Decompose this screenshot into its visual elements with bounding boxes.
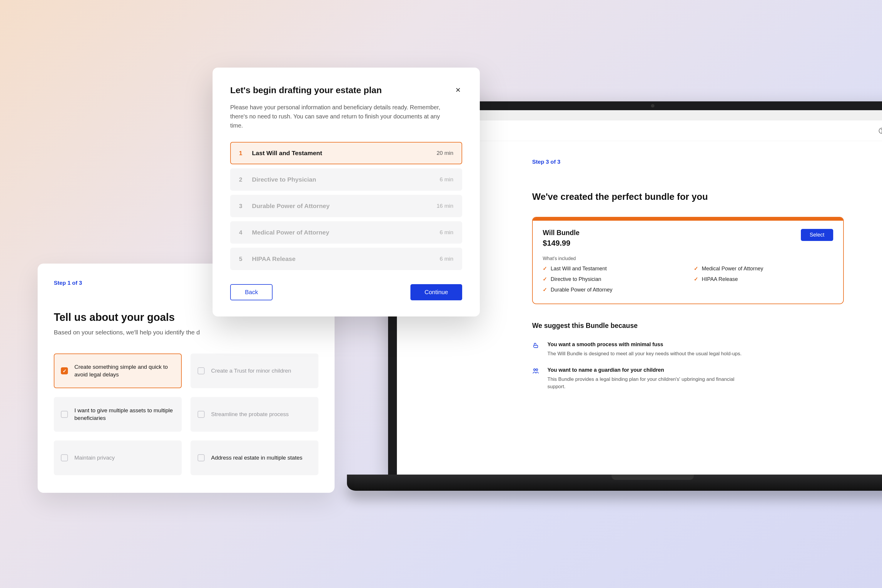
included-item: ✓Last Will and Testament <box>543 266 682 272</box>
goal-option[interactable]: Create a Trust for minor children <box>191 354 319 388</box>
modal-title: Let's begin drafting your estate plan <box>230 85 382 95</box>
doc-number: 5 <box>239 256 244 262</box>
doc-duration: 6 min <box>440 256 453 262</box>
included-item-label: HIPAA Release <box>702 276 738 282</box>
goals-subheading: Based on your selections, we'll help you… <box>54 329 319 336</box>
step-indicator: Step 3 of 3 <box>532 159 844 165</box>
document-item[interactable]: 2Directive to Physician6 min <box>230 168 462 191</box>
doc-number: 2 <box>239 176 244 183</box>
checkbox-icon <box>61 454 68 461</box>
suggest-heading: We suggest this Bundle because <box>532 322 844 330</box>
doc-number: 1 <box>239 150 244 157</box>
laptop-hinge <box>612 475 694 480</box>
camera-icon <box>651 104 654 108</box>
goal-label: Streamline the probate process <box>211 411 289 418</box>
goal-option[interactable]: ✓Create something simple and quick to av… <box>54 354 182 388</box>
back-button[interactable]: Back <box>230 284 272 300</box>
included-item-label: Durable Power of Attorney <box>551 287 612 293</box>
goal-label: Address real estate in multiple states <box>211 454 302 462</box>
goal-label: Maintain privacy <box>74 454 115 462</box>
reason-title: You want a smooth process with minimal f… <box>547 342 742 348</box>
reasons-list: You want a smooth process with minimal f… <box>532 342 844 390</box>
reason-item: You want a smooth process with minimal f… <box>532 342 844 358</box>
included-item: ✓Medical Power of Attorney <box>694 266 833 272</box>
laptop-notch <box>619 101 687 110</box>
bundle-card: Will Bundle $149.99 Select What's includ… <box>532 217 844 304</box>
checkbox-icon <box>198 454 204 461</box>
doc-duration: 16 min <box>437 203 453 209</box>
reason-desc: The Will Bundle is designed to meet all … <box>547 350 742 358</box>
laptop-base <box>347 475 882 491</box>
document-item[interactable]: 3Durable Power of Attorney16 min <box>230 195 462 217</box>
close-button[interactable] <box>454 85 462 95</box>
doc-name: Medical Power of Attorney <box>252 229 431 236</box>
check-icon: ✓ <box>694 276 698 282</box>
goal-option[interactable]: I want to give multiple assets to multip… <box>54 397 182 432</box>
goal-label: I want to give multiple assets to multip… <box>74 407 174 422</box>
bundle-accent-bar <box>533 218 843 220</box>
page-title: We've created the perfect bundle for you <box>532 192 844 202</box>
bundle-price: $149.99 <box>543 238 580 248</box>
svg-point-3 <box>536 369 538 370</box>
reason-item: You want to name a guardian for your chi… <box>532 367 844 390</box>
doc-number: 4 <box>239 229 244 236</box>
check-icon: ✓ <box>543 276 547 282</box>
goal-option[interactable]: Maintain privacy <box>54 441 182 475</box>
svg-point-1 <box>881 132 882 132</box>
reason-title: You want to name a guardian for your chi… <box>547 367 753 373</box>
doc-name: Directive to Physician <box>252 176 431 183</box>
check-icon: ✓ <box>543 286 547 293</box>
check-icon: ✓ <box>543 266 547 272</box>
doc-name: Last Will and Testament <box>252 150 428 157</box>
goal-option[interactable]: Streamline the probate process <box>191 397 319 432</box>
document-item[interactable]: 1Last Will and Testament20 min <box>230 142 462 164</box>
checkbox-icon: ✓ <box>61 368 68 374</box>
thumbs-up-icon <box>532 342 539 358</box>
included-item-label: Last Will and Testament <box>551 266 607 272</box>
svg-point-2 <box>533 369 535 370</box>
help-icon[interactable] <box>879 128 882 134</box>
included-item: ✓HIPAA Release <box>694 276 833 282</box>
doc-name: HIPAA Release <box>252 255 431 262</box>
included-list: ✓Last Will and Testament✓Medical Power o… <box>543 266 833 293</box>
included-label: What's included <box>543 256 833 261</box>
included-item-label: Medical Power of Attorney <box>702 266 763 272</box>
checkbox-icon <box>198 411 204 418</box>
checkbox-icon <box>61 411 68 418</box>
check-icon: ✓ <box>694 266 698 272</box>
doc-duration: 20 min <box>437 150 453 156</box>
included-item-label: Directive to Physician <box>551 276 601 282</box>
doc-duration: 6 min <box>440 176 453 183</box>
goals-grid: ✓Create something simple and quick to av… <box>54 354 319 475</box>
doc-name: Durable Power of Attorney <box>252 202 428 210</box>
begin-drafting-modal: Let's begin drafting your estate plan Pl… <box>213 68 480 316</box>
goal-label: Create something simple and quick to avo… <box>74 363 174 378</box>
document-item[interactable]: 4Medical Power of Attorney6 min <box>230 221 462 244</box>
reason-desc: This Bundle provides a legal binding pla… <box>547 375 753 390</box>
goal-option[interactable]: Address real estate in multiple states <box>191 441 319 475</box>
doc-number: 3 <box>239 203 244 210</box>
checkbox-icon <box>198 368 204 374</box>
modal-description: Please have your personal information an… <box>230 103 454 130</box>
included-item: ✓Durable Power of Attorney <box>543 286 682 293</box>
goal-label: Create a Trust for minor children <box>211 367 291 375</box>
continue-button[interactable]: Continue <box>410 284 462 300</box>
included-item: ✓Directive to Physician <box>543 276 682 282</box>
doc-duration: 6 min <box>440 229 453 236</box>
document-list: 1Last Will and Testament20 min2Directive… <box>230 142 462 270</box>
family-icon <box>532 368 539 390</box>
select-bundle-button[interactable]: Select <box>801 229 833 241</box>
document-item[interactable]: 5HIPAA Release6 min <box>230 248 462 270</box>
bundle-name: Will Bundle <box>543 229 580 237</box>
